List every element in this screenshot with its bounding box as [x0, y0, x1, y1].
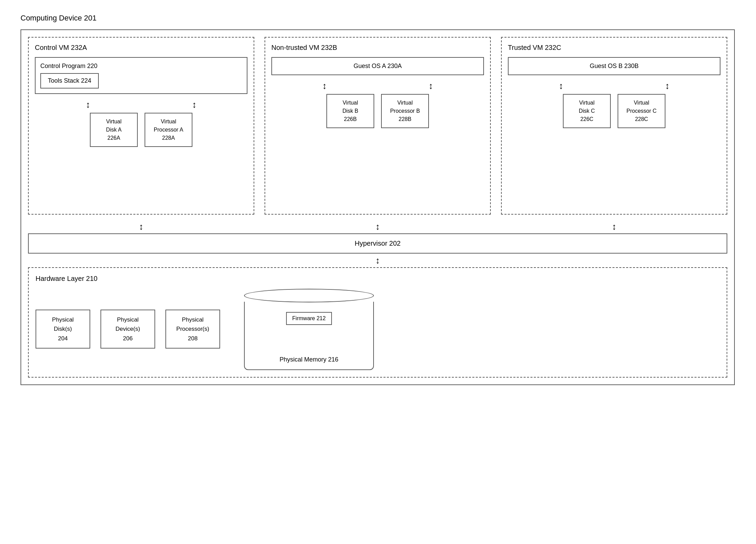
physical-device-box: PhysicalDevice(s)206 — [100, 310, 155, 349]
hyp-arrow-right: ↕ — [501, 221, 727, 232]
hardware-layer-box: Hardware Layer 210 PhysicalDisk(s)204 Ph… — [28, 267, 727, 378]
trusted-vm-label: Trusted VM 232C — [508, 44, 720, 52]
virtual-processor-b: VirtualProcessor B228B — [381, 94, 429, 128]
arrow-disk-a: ↕ — [86, 99, 90, 110]
nontrusted-vm-box: Non-trusted VM 232B Guest OS A 230A ↕ ↕ … — [265, 37, 491, 215]
page-container: Computing Device 201 Control VM 232A Con… — [21, 14, 735, 385]
guest-os-b-box: Guest OS B 230B — [508, 57, 720, 75]
virtual-processor-c: VirtualProcessor C228C — [618, 94, 665, 128]
control-vm-arrows: ↕ ↕ — [35, 99, 247, 110]
arrow-vm-hyp-left: ↕ — [139, 221, 144, 232]
virtual-disk-a: VirtualDisk A226A — [90, 113, 138, 147]
memory-cylinder: Firmware 212 Physical Memory 216 — [244, 288, 374, 370]
arrow-disk-c: ↕ — [559, 81, 563, 91]
vm-row: Control VM 232A Control Program 220 Tool… — [28, 37, 727, 215]
hardware-layer-label: Hardware Layer 210 — [36, 275, 720, 283]
virtual-processor-a: VirtualProcessor A228A — [145, 113, 192, 147]
arrow-proc-b: ↕ — [429, 81, 433, 91]
virtual-disk-c: VirtualDisk C226C — [563, 94, 611, 128]
control-program-box: Control Program 220 Tools Stack 224 — [35, 57, 247, 94]
control-virt-components: VirtualDisk A226A VirtualProcessor A228A — [35, 113, 247, 147]
arrow-disk-b: ↕ — [322, 81, 327, 91]
nontrusted-virt-components: VirtualDisk B226B VirtualProcessor B228B — [271, 94, 484, 128]
arrow-hyp-hw: ↕ — [376, 255, 380, 266]
arrow-vm-hyp-right: ↕ — [612, 221, 617, 232]
hypervisor-top-arrows: ↕ ↕ ↕ — [28, 221, 727, 233]
physical-memory-label: Physical Memory 216 — [280, 356, 338, 363]
control-vm-box: Control VM 232A Control Program 220 Tool… — [28, 37, 254, 215]
hyp-arrow-left: ↕ — [28, 221, 254, 232]
physical-processor-box: PhysicalProcessor(s)208 — [165, 310, 220, 349]
nontrusted-vm-arrows: ↕ ↕ — [271, 81, 484, 91]
hyp-arrow-mid: ↕ — [265, 221, 491, 232]
arrow-vm-hyp-mid: ↕ — [376, 221, 380, 232]
trusted-vm-box: Trusted VM 232C Guest OS B 230B ↕ ↕ Virt… — [501, 37, 727, 215]
cylinder-top-ellipse — [244, 289, 374, 302]
cylinder-body: Firmware 212 Physical Memory 216 — [244, 302, 374, 370]
nontrusted-vm-label: Non-trusted VM 232B — [271, 44, 484, 52]
trusted-vm-arrows: ↕ ↕ — [508, 81, 720, 91]
guest-os-a-box: Guest OS A 230A — [271, 57, 484, 75]
physical-disk-box: PhysicalDisk(s)204 — [36, 310, 90, 349]
control-program-label: Control Program 220 — [40, 63, 242, 70]
tools-stack-box: Tools Stack 224 — [40, 73, 99, 89]
trusted-virt-components: VirtualDisk C226C VirtualProcessor C228C — [508, 94, 720, 128]
hypervisor-down-arrow: ↕ — [28, 255, 727, 266]
firmware-box: Firmware 212 — [286, 312, 332, 325]
page-title: Computing Device 201 — [21, 14, 735, 23]
arrow-proc-c: ↕ — [665, 81, 670, 91]
arrow-proc-a: ↕ — [192, 99, 197, 110]
main-container: Control VM 232A Control Program 220 Tool… — [21, 29, 735, 385]
hardware-components-row: PhysicalDisk(s)204 PhysicalDevice(s)206 … — [36, 288, 720, 370]
control-vm-label: Control VM 232A — [35, 44, 247, 52]
hypervisor-section: ↕ ↕ ↕ Hypervisor 202 ↕ — [28, 221, 727, 266]
virtual-disk-b: VirtualDisk B226B — [326, 94, 374, 128]
hypervisor-box: Hypervisor 202 — [28, 233, 727, 254]
